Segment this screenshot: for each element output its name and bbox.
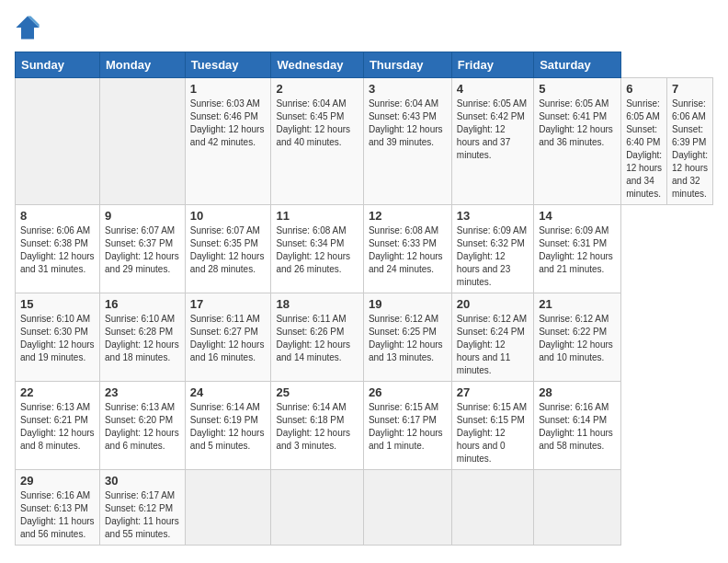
day-info: Sunrise: 6:04 AMSunset: 6:45 PMDaylight:…: [276, 98, 358, 149]
day-number: 27: [457, 385, 529, 399]
day-number: 18: [276, 297, 358, 311]
day-info: Sunrise: 6:08 AMSunset: 6:34 PMDaylight:…: [276, 224, 358, 276]
day-info: Sunrise: 6:11 AMSunset: 6:26 PMDaylight:…: [276, 313, 358, 364]
day-number: 4: [457, 82, 529, 96]
day-info: Sunrise: 6:07 AMSunset: 6:37 PMDaylight:…: [105, 224, 180, 276]
calendar-cell: 7Sunrise: 6:06 AMSunset: 6:39 PMDaylight…: [667, 78, 713, 205]
calendar-cell: 12Sunrise: 6:08 AMSunset: 6:33 PMDayligh…: [363, 205, 451, 293]
day-number: 22: [20, 385, 95, 399]
col-header-thursday: Thursday: [363, 52, 451, 78]
day-info: Sunrise: 6:07 AMSunset: 6:35 PMDaylight:…: [190, 224, 267, 276]
calendar-cell: 26Sunrise: 6:15 AMSunset: 6:17 PMDayligh…: [363, 382, 451, 470]
day-info: Sunrise: 6:08 AMSunset: 6:33 PMDaylight:…: [369, 224, 447, 276]
day-info: Sunrise: 6:13 AMSunset: 6:20 PMDaylight:…: [105, 401, 180, 453]
day-info: Sunrise: 6:10 AMSunset: 6:28 PMDaylight:…: [105, 313, 180, 364]
day-number: 13: [457, 209, 529, 223]
day-number: 3: [369, 82, 447, 96]
day-info: Sunrise: 6:06 AMSunset: 6:39 PMDaylight:…: [672, 98, 708, 201]
day-number: 10: [190, 209, 267, 223]
day-info: Sunrise: 6:05 AMSunset: 6:41 PMDaylight:…: [539, 98, 616, 149]
day-number: 21: [539, 297, 616, 311]
day-info: Sunrise: 6:12 AMSunset: 6:22 PMDaylight:…: [539, 313, 616, 364]
day-info: Sunrise: 6:14 AMSunset: 6:18 PMDaylight:…: [276, 401, 358, 453]
logo: [15, 15, 44, 40]
day-number: 16: [105, 297, 180, 311]
day-number: 19: [369, 297, 447, 311]
day-info: Sunrise: 6:10 AMSunset: 6:30 PMDaylight:…: [20, 313, 95, 364]
calendar-cell: 25Sunrise: 6:14 AMSunset: 6:18 PMDayligh…: [271, 382, 363, 470]
day-number: 9: [105, 209, 180, 223]
calendar-cell: 8Sunrise: 6:06 AMSunset: 6:38 PMDaylight…: [16, 205, 100, 293]
day-info: Sunrise: 6:17 AMSunset: 6:12 PMDaylight:…: [105, 489, 180, 541]
calendar-cell: 14Sunrise: 6:09 AMSunset: 6:31 PMDayligh…: [534, 205, 621, 293]
day-info: Sunrise: 6:16 AMSunset: 6:13 PMDaylight:…: [20, 489, 95, 541]
calendar-cell: 6Sunrise: 6:05 AMSunset: 6:40 PMDaylight…: [621, 78, 667, 205]
day-info: Sunrise: 6:13 AMSunset: 6:21 PMDaylight:…: [20, 401, 95, 453]
day-number: 2: [276, 82, 358, 96]
day-info: Sunrise: 6:05 AMSunset: 6:42 PMDaylight:…: [457, 98, 529, 162]
logo-icon: [15, 15, 40, 40]
calendar-cell: 29Sunrise: 6:16 AMSunset: 6:13 PMDayligh…: [16, 470, 100, 546]
day-number: 1: [190, 82, 267, 96]
day-number: 28: [539, 385, 616, 399]
calendar-cell: 24Sunrise: 6:14 AMSunset: 6:19 PMDayligh…: [185, 382, 271, 470]
calendar-cell: [451, 470, 533, 546]
day-info: Sunrise: 6:15 AMSunset: 6:17 PMDaylight:…: [369, 401, 447, 453]
calendar-cell: 17Sunrise: 6:11 AMSunset: 6:27 PMDayligh…: [185, 293, 271, 382]
day-info: Sunrise: 6:16 AMSunset: 6:14 PMDaylight:…: [539, 401, 616, 453]
calendar-cell: 19Sunrise: 6:12 AMSunset: 6:25 PMDayligh…: [363, 293, 451, 382]
calendar-cell: [271, 470, 363, 546]
calendar-cell: [185, 470, 271, 546]
col-header-monday: Monday: [100, 52, 186, 78]
day-info: Sunrise: 6:12 AMSunset: 6:25 PMDaylight:…: [369, 313, 447, 364]
day-number: 6: [626, 82, 662, 96]
svg-marker-0: [16, 16, 39, 39]
calendar-cell: 2Sunrise: 6:04 AMSunset: 6:45 PMDaylight…: [271, 78, 363, 205]
day-number: 15: [20, 297, 95, 311]
day-number: 23: [105, 385, 180, 399]
col-header-wednesday: Wednesday: [271, 52, 363, 78]
day-number: 7: [672, 82, 708, 96]
day-info: Sunrise: 6:12 AMSunset: 6:24 PMDaylight:…: [457, 313, 529, 377]
calendar-cell: 28Sunrise: 6:16 AMSunset: 6:14 PMDayligh…: [534, 382, 621, 470]
day-number: 17: [190, 297, 267, 311]
day-number: 30: [105, 474, 180, 488]
calendar-cell: 16Sunrise: 6:10 AMSunset: 6:28 PMDayligh…: [100, 293, 186, 382]
calendar-cell: [534, 470, 621, 546]
calendar-cell: 21Sunrise: 6:12 AMSunset: 6:22 PMDayligh…: [534, 293, 621, 382]
day-number: 26: [369, 385, 447, 399]
col-header-friday: Friday: [451, 52, 533, 78]
day-number: 14: [539, 209, 616, 223]
col-header-tuesday: Tuesday: [185, 52, 271, 78]
calendar-cell: 15Sunrise: 6:10 AMSunset: 6:30 PMDayligh…: [16, 293, 100, 382]
day-number: 25: [276, 385, 358, 399]
day-number: 5: [539, 82, 616, 96]
day-info: Sunrise: 6:03 AMSunset: 6:46 PMDaylight:…: [190, 98, 267, 149]
calendar-cell: 22Sunrise: 6:13 AMSunset: 6:21 PMDayligh…: [16, 382, 100, 470]
day-info: Sunrise: 6:06 AMSunset: 6:38 PMDaylight:…: [20, 224, 95, 276]
calendar-cell: 18Sunrise: 6:11 AMSunset: 6:26 PMDayligh…: [271, 293, 363, 382]
calendar-cell: 5Sunrise: 6:05 AMSunset: 6:41 PMDaylight…: [534, 78, 621, 205]
day-number: 20: [457, 297, 529, 311]
calendar-cell: 9Sunrise: 6:07 AMSunset: 6:37 PMDaylight…: [100, 205, 186, 293]
calendar-cell: [363, 470, 451, 546]
calendar-cell: 1Sunrise: 6:03 AMSunset: 6:46 PMDaylight…: [185, 78, 271, 205]
day-info: Sunrise: 6:05 AMSunset: 6:40 PMDaylight:…: [626, 98, 662, 201]
day-number: 12: [369, 209, 447, 223]
day-info: Sunrise: 6:14 AMSunset: 6:19 PMDaylight:…: [190, 401, 267, 453]
day-info: Sunrise: 6:09 AMSunset: 6:31 PMDaylight:…: [539, 224, 616, 276]
calendar-cell: 3Sunrise: 6:04 AMSunset: 6:43 PMDaylight…: [363, 78, 451, 205]
calendar-cell: 13Sunrise: 6:09 AMSunset: 6:32 PMDayligh…: [451, 205, 533, 293]
calendar-cell: [100, 78, 186, 205]
col-header-sunday: Sunday: [16, 52, 100, 78]
day-info: Sunrise: 6:11 AMSunset: 6:27 PMDaylight:…: [190, 313, 267, 364]
day-info: Sunrise: 6:04 AMSunset: 6:43 PMDaylight:…: [369, 98, 447, 149]
calendar: SundayMondayTuesdayWednesdayThursdayFrid…: [15, 52, 713, 546]
day-info: Sunrise: 6:09 AMSunset: 6:32 PMDaylight:…: [457, 224, 529, 289]
calendar-cell: 11Sunrise: 6:08 AMSunset: 6:34 PMDayligh…: [271, 205, 363, 293]
calendar-cell: 10Sunrise: 6:07 AMSunset: 6:35 PMDayligh…: [185, 205, 271, 293]
day-info: Sunrise: 6:15 AMSunset: 6:15 PMDaylight:…: [457, 401, 529, 465]
day-number: 8: [20, 209, 95, 223]
day-number: 29: [20, 474, 95, 488]
calendar-cell: 20Sunrise: 6:12 AMSunset: 6:24 PMDayligh…: [451, 293, 533, 382]
